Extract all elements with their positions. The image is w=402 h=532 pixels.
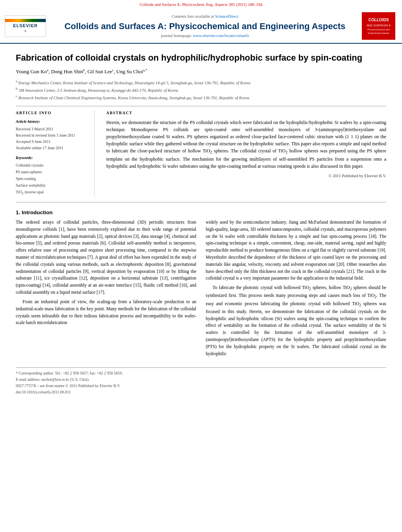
right-logo-box: COLLOIDS AND SURFACES A Physicochemical … [362,12,395,40]
author-sup-c: c [112,68,114,72]
page-wrapper: Colloids and Surfaces A: Physicochem. En… [0,0,402,395]
footer-issn: 0927-7757/$ – see front matter © 2011 Pu… [16,383,386,389]
keyword-2: PS nano-spheres [16,169,86,175]
intro-para1: The ordered arrays of colloidal particle… [16,219,196,296]
elsevier-label: ELSEVIER [13,23,37,29]
article-info-label: ARTICLE INFO [16,110,86,116]
article-title: Fabrication of colloidal crystals on hyd… [16,52,386,64]
logo-top: COLLOIDS [369,17,389,23]
col-left: The ordered arrays of colloidal particle… [16,219,196,360]
affil-c: c Research Institute of Clean Chemical E… [16,94,386,101]
received-date: Received 3 March 2011 [16,126,86,132]
logo-bottom: Physicochemical andEngineering Aspects [367,28,389,35]
journal-title: Colloids and Surfaces A: Physicochemical… [52,21,358,32]
affiliations: a Energy Mechanics Center, Korea Institu… [16,79,386,101]
keyword-1: Colloidal crystals [16,162,86,169]
copyright: © 2011 Published by Elsevier B.V. [106,173,386,179]
keywords-list: Colloidal crystals PS nano-spheres Spin-… [16,162,86,196]
col-right: widely used by the semiconductor industr… [206,219,387,360]
main-content: Fabrication of colloidal crystals on hyd… [0,52,402,395]
keyword-3: Spin-coating [16,175,86,182]
intro-para4: To fabricate the photonic crystal with h… [206,284,387,357]
available-date: Available online 17 June 2011 [16,145,86,151]
footer-email-note: E-mail address: uschoi@kist.re.kr (U.S. … [16,376,386,383]
keywords-label: Keywords: [16,155,86,161]
info-section: ARTICLE INFO Article history: Received 3… [16,110,386,197]
abstract-label: ABSTRACT [106,110,386,116]
intro-heading: 1. Introduction [16,209,386,217]
journal-logo-right: COLLOIDS AND SURFACES A Physicochemical … [362,12,397,40]
contents-list-label: Contents lists available at [172,14,214,19]
journal-homepage-label: journal homepage: [161,33,192,38]
sciencedirect-link[interactable]: ScienceDirect [215,14,238,19]
author-sup-a: a [47,68,48,72]
divider-top [16,106,386,106]
history-label: Article history: [16,119,86,125]
affil-a: a Energy Mechanics Center, Korea Institu… [16,79,386,86]
two-col-intro: The ordered arrays of colloidal particle… [16,219,386,360]
journal-center: Contents lists available at ScienceDirec… [52,13,358,39]
elsevier-logo: ELSEVIER ® [5,15,46,37]
body-section-intro: 1. Introduction The ordered arrays of co… [16,209,386,360]
author-sup-a2: a,* [143,68,147,72]
intro-para2: From an industrial point of view, the sc… [16,298,196,326]
footer-doi: doi:10.1016/j.colsurfa.2011.06.011 [16,389,386,395]
authors: Young Gun Koa, Dong Hun Shinb, Gil Sun L… [16,68,386,76]
divider-bottom [16,202,386,202]
elsevier-stripe [5,19,46,22]
spheres-keyword: spheres [214,148,228,154]
journal-homepage-url[interactable]: www.elsevier.com/locate/colsurfa [193,33,249,38]
info-dates: Received 3 March 2011 Received in revise… [16,126,86,151]
footer-note: * Corresponding author. Tel.: +82 2 958 … [16,367,386,395]
journal-header: ELSEVIER ® Contents lists available at S… [0,9,402,44]
contents-list: Contents lists available at ScienceDirec… [52,13,358,19]
logo-mid: AND SURFACES A [367,24,391,28]
keyword-4: Surface wettability [16,182,86,189]
accepted-date: Accepted 9 June 2011 [16,139,86,145]
author-sup-b: b [83,68,85,72]
the-keyword: the [211,163,217,169]
abstract-text: Herein, we demonstrate the structure of … [106,119,386,169]
article-info: ARTICLE INFO Article history: Received 3… [16,110,94,197]
footer-star-note: * Corresponding author. Tel.: +82 2 958 … [16,370,386,376]
elsevier-sub: ® [24,30,26,33]
keyword-5: TiO2 inverse opal [16,189,86,196]
abstract-section: ABSTRACT Herein, we demonstrate the stru… [106,110,386,197]
citation-text: Colloids and Surfaces A: Physicochem. En… [140,2,262,7]
citation-header: Colloids and Surfaces A: Physicochem. En… [0,0,402,9]
affil-b: b 3M Innovation Center, 2-5 Seokwu-dong,… [16,86,386,93]
journal-homepage: journal homepage: www.elsevier.com/locat… [52,33,358,39]
elsevier-logo-container: ELSEVIER ® [5,15,48,37]
intro-para3: widely used by the semiconductor industr… [206,219,387,282]
received-revised-date: Received in revised form 3 June 2011 [16,132,86,139]
